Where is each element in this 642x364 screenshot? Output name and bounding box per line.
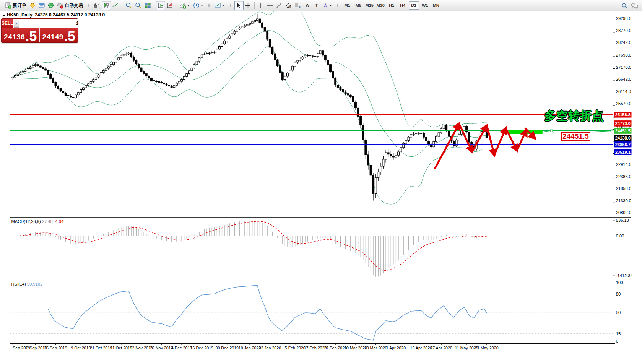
auto-trading-button[interactable]: 自动交易 [55,1,85,10]
toolbar-separator [254,2,255,9]
timeframe-m30[interactable]: M30 [375,1,386,10]
indicators-icon [180,2,186,9]
indicators-button[interactable]: ▼ [178,1,192,10]
trendline-tool-button[interactable] [275,1,284,10]
sell-price-main: 24136 [4,32,25,42]
new-order-icon [5,2,11,9]
templates-button[interactable]: ▼ [213,1,226,10]
data-window-button[interactable] [37,1,46,10]
x-axis-label: 22 Jan 2020 [258,346,281,350]
community-button[interactable] [629,1,640,10]
timeframe-m15[interactable]: M15 [364,1,375,10]
chart-canvas[interactable]: 29298.028770.028242.027698.027170.026642… [0,11,642,364]
price-axis[interactable]: 29298.028770.028242.027698.027170.026642… [613,16,632,215]
text-label-tool-button[interactable]: T [312,1,321,10]
chat-bubbles-icon [631,3,638,9]
x-axis-label: 1 Apr 2020 [386,346,406,350]
toolbar-grip[interactable] [230,2,231,9]
rsi-axis: 1008050150 [616,280,623,343]
turning-point-annotation[interactable]: 多空转折点 [544,108,604,124]
horizontal-line-tool-button[interactable] [265,1,275,10]
cursor-tool-button[interactable] [234,1,244,10]
toolbar-grip[interactable] [208,2,210,9]
rsi-label: RSI(14) 50.9102 [11,282,42,286]
drawing-tools-group: E F A T ▼ [232,0,336,11]
toolbar-grip[interactable] [337,2,338,9]
arrows-shapes-icon [323,3,328,8]
x-axis-label: 20 Mar 2020 [364,346,387,350]
line-chart-button[interactable] [111,1,120,10]
sell-price[interactable]: 24136 .5 [2,28,40,43]
new-order-button[interactable]: 新订单 [3,1,28,10]
text-tool-button[interactable]: A [303,1,312,10]
y-axis-tick: 20802.0 [616,210,631,215]
timeframe-h1[interactable]: H1 [387,1,397,10]
clock-icon [193,2,200,9]
search-button[interactable] [620,1,629,10]
standard-toolbar-group: 新订单 [2,0,86,11]
fibonacci-icon: F [295,3,301,8]
toolbar-right-icons [620,1,640,10]
navigator-button[interactable] [46,1,55,10]
sell-button[interactable]: SELL [2,19,13,28]
price-badge-value: 24451.5 [615,128,631,133]
vertical-line-tool-button[interactable] [256,1,265,10]
price-badge-value: 24138.0 [615,136,631,140]
macd-pane[interactable] [10,221,613,276]
fibonacci-tool-button[interactable]: F [293,1,303,10]
toolbar-grip[interactable] [88,2,89,9]
timeframe-m5[interactable]: M5 [353,1,364,10]
time-axis[interactable]: Sep 201913 Sep 201925 Sep 20199 Oct 2019… [13,344,498,351]
indicator-labels: MACD(12,26,9) 27.48 -4.04RSI(14) 50.9102 [11,219,63,287]
y-axis-tick: 27698.0 [616,53,631,57]
timeframe-d1[interactable]: D1 [409,1,419,10]
x-axis-label: 15 Apr 2020 [410,346,432,350]
zoom-in-icon [125,2,132,9]
auto-scroll-button[interactable] [156,1,165,10]
bar-chart-button[interactable] [93,1,102,10]
navigator-globe-icon [48,2,54,8]
chart-shift-icon [167,2,173,8]
buy-price[interactable]: 24149 .5 [40,28,78,43]
chart-type-group [91,0,122,11]
candlestick-chart-icon [103,2,109,8]
y-axis-tick: 21858.0 [616,186,631,191]
timeframe-h4[interactable]: H4 [398,1,408,10]
search-icon [621,3,628,9]
ohlc-values: 24376.0 24467.5 24117.0 24138.0 [35,12,105,18]
tile-windows-icon [145,2,151,8]
zoom-in-button[interactable] [124,1,133,10]
y-axis-tick: 28770.0 [616,28,631,33]
bollinger-bands [13,11,486,204]
crosshair-tool-button[interactable] [244,1,253,10]
timeframe-w1[interactable]: W1 [420,1,430,10]
y-axis-tick: 28242.0 [616,40,631,45]
x-axis-label: 5 Feb 2020 [285,346,306,350]
candlestick-series[interactable] [12,14,488,201]
arrows-tool-button[interactable]: ▼ [321,1,334,10]
volume-control: ▼ ▲ [13,19,78,28]
chart-shift-button[interactable] [165,1,174,10]
text-label-icon: T [314,3,319,8]
periods-button[interactable]: ▼ [192,1,205,10]
volume-decrease-button[interactable]: ▼ [14,19,19,28]
price-annotation-label[interactable]: 24451.5 [561,132,590,141]
zigzag-annotation[interactable] [435,124,613,168]
tile-windows-button[interactable] [143,1,152,10]
volume-input[interactable] [19,19,78,28]
market-watch-button[interactable] [28,1,37,10]
channel-tool-button[interactable]: E [284,1,293,10]
macd-label: MACD(12,26,9) 27.48 -4.04 [11,219,63,224]
candlestick-chart-button[interactable] [102,1,111,10]
y-axis-tick: 21330.0 [616,198,631,203]
svg-text:E: E [289,6,291,8]
x-axis-label: 31 Oct 2019 [110,346,132,350]
x-axis-label: 22 Nov 2019 [150,346,173,350]
timeframe-m1[interactable]: M1 [342,1,353,10]
chevron-down-icon: ▼ [222,4,225,7]
rsi-pane[interactable] [10,285,613,340]
zoom-out-button[interactable] [133,1,143,10]
y-axis-tick: 26114.0 [616,89,631,94]
timeframe-mn[interactable]: MN [431,1,441,10]
x-axis-label: 13 Sep 2019 [24,346,47,350]
